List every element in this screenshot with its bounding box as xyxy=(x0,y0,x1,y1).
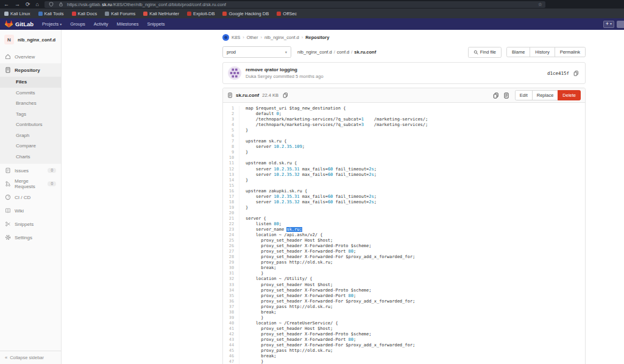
breadcrumb-item[interactable]: nlb_nginx_conf.d xyxy=(264,35,299,40)
sidebar-item-branches[interactable]: Branches xyxy=(0,98,61,109)
bookmark-item[interactable]: Kali Linux xyxy=(4,11,30,16)
line-number[interactable]: 16 xyxy=(223,189,239,194)
copy-sha-icon[interactable] xyxy=(572,70,580,77)
sidebar-item-commits[interactable]: Commits xyxy=(0,88,61,99)
breadcrumb-item[interactable]: Repository xyxy=(305,35,329,40)
line-number[interactable]: 44 xyxy=(223,343,239,348)
line-number[interactable]: 32 xyxy=(223,276,239,282)
path-segment[interactable]: sk.ru.conf xyxy=(354,49,376,55)
url-bar[interactable]: https://vsk-gitlab. sk.ru /K8S/Other/nlb… xyxy=(44,1,545,8)
sidebar-item-charts[interactable]: Charts xyxy=(0,152,61,163)
line-number[interactable]: 20 xyxy=(223,211,239,216)
breadcrumb-item[interactable]: K8S xyxy=(232,35,240,40)
find-file-button[interactable]: Find file xyxy=(468,47,502,58)
line-number[interactable]: 15 xyxy=(223,183,239,189)
line-number[interactable]: 46 xyxy=(223,354,239,359)
line-number[interactable]: 31 xyxy=(223,271,239,276)
delete-button[interactable]: Delete xyxy=(558,90,581,100)
line-number[interactable]: 24 xyxy=(223,233,239,238)
navbar-search-box[interactable] xyxy=(617,21,624,28)
bookmark-item[interactable]: Exploit-DB xyxy=(187,11,214,16)
sidebar-item-repository[interactable]: Repository xyxy=(0,63,61,77)
commit-author-avatar[interactable] xyxy=(228,66,241,80)
bookmark-item[interactable]: Kali NetHunter xyxy=(143,11,179,16)
gitlab-logo-icon[interactable] xyxy=(5,20,13,28)
line-number[interactable]: 23 xyxy=(223,227,239,233)
line-number[interactable]: 27 xyxy=(223,249,239,254)
bookmark-star-icon[interactable]: ☆ xyxy=(538,2,542,7)
line-number[interactable]: 30 xyxy=(223,265,239,271)
sidebar-item-compare[interactable]: Compare xyxy=(0,141,61,152)
line-number[interactable]: 33 xyxy=(223,282,239,288)
line-number[interactable]: 34 xyxy=(223,288,239,293)
permalink-button[interactable]: Permalink xyxy=(555,47,586,58)
line-number[interactable]: 13 xyxy=(223,172,239,178)
copy-path-icon[interactable] xyxy=(282,92,289,99)
path-segment[interactable]: conf.d xyxy=(337,49,349,55)
line-number[interactable]: 43 xyxy=(223,337,239,343)
back-icon[interactable]: ← xyxy=(4,2,9,7)
sidebar-item-snippets[interactable]: Snippets xyxy=(0,217,61,231)
line-number[interactable]: 38 xyxy=(223,310,239,315)
line-number[interactable]: 35 xyxy=(223,293,239,299)
copy-file-contents-button[interactable] xyxy=(492,92,500,99)
line-number[interactable]: 45 xyxy=(223,348,239,354)
sidebar-item-overview[interactable]: Overview xyxy=(0,50,61,63)
commit-sha[interactable]: d1ce415f xyxy=(547,71,569,76)
bookmark-item[interactable]: Kali Docs xyxy=(72,11,98,16)
nav-item-groups[interactable]: Groups xyxy=(70,21,85,27)
line-number[interactable]: 8 xyxy=(223,144,239,150)
line-number[interactable]: 21 xyxy=(223,216,239,222)
line-number[interactable]: 18 xyxy=(223,200,239,205)
sidebar-item-files[interactable]: Files xyxy=(0,77,61,88)
blame-button[interactable]: Blame xyxy=(506,47,530,58)
gitlab-brand[interactable]: GitLab xyxy=(15,21,34,27)
line-number[interactable]: 9 xyxy=(223,150,239,155)
line-number[interactable]: 5 xyxy=(223,128,239,133)
project-header[interactable]: N nlb_nginx_conf.d xyxy=(0,30,61,50)
group-avatar[interactable] xyxy=(222,34,229,41)
bookmark-item[interactable]: Kali Tools xyxy=(38,11,64,16)
history-button[interactable]: History xyxy=(530,47,555,58)
line-number[interactable]: 14 xyxy=(223,178,239,183)
line-number[interactable]: 19 xyxy=(223,205,239,211)
line-number[interactable]: 36 xyxy=(223,299,239,304)
line-number[interactable]: 39 xyxy=(223,315,239,321)
nav-item-projects[interactable]: Projects▾ xyxy=(42,21,62,27)
line-number[interactable]: 7 xyxy=(223,139,239,144)
lock-icon[interactable] xyxy=(57,1,65,7)
line-number[interactable]: 28 xyxy=(223,254,239,260)
sidebar-item-tags[interactable]: Tags xyxy=(0,109,61,120)
sidebar-item-settings[interactable]: Settings xyxy=(0,231,61,244)
reload-icon[interactable]: ⟳ xyxy=(26,2,30,7)
bookmark-item[interactable]: Google Hacking DB xyxy=(222,11,269,16)
line-number[interactable]: 11 xyxy=(223,161,239,166)
line-number[interactable]: 41 xyxy=(223,326,239,332)
line-number[interactable]: 12 xyxy=(223,167,239,172)
edit-button[interactable]: Edit xyxy=(515,90,533,100)
bookmark-item[interactable]: OffSec xyxy=(277,11,297,16)
line-number[interactable]: 42 xyxy=(223,332,239,337)
line-number[interactable]: 4 xyxy=(223,122,239,128)
breadcrumb-item[interactable]: Other xyxy=(247,35,258,40)
path-segment[interactable]: nlb_nginx_conf.d xyxy=(297,49,332,55)
home-icon[interactable]: ⌂ xyxy=(36,2,39,7)
shield-icon[interactable] xyxy=(48,1,55,7)
nav-item-activity[interactable]: Activity xyxy=(94,21,108,27)
line-number[interactable]: 1 xyxy=(223,106,239,111)
commit-title[interactable]: remove qrator logging xyxy=(246,67,324,72)
bookmark-item[interactable]: Kali Forums xyxy=(105,11,135,16)
line-number[interactable]: 29 xyxy=(223,260,239,265)
line-number[interactable]: 22 xyxy=(223,222,239,227)
new-item-button[interactable]: + ▾ xyxy=(603,21,614,28)
line-number[interactable]: 17 xyxy=(223,194,239,200)
line-number[interactable]: 40 xyxy=(223,321,239,326)
sidebar-item-issues[interactable]: Issues0 xyxy=(0,164,61,177)
line-number[interactable]: 25 xyxy=(223,238,239,243)
forward-icon[interactable]: → xyxy=(15,2,20,7)
sidebar-item-graph[interactable]: Graph xyxy=(0,130,61,141)
branch-selector[interactable]: prod ▾ xyxy=(222,46,291,58)
collapse-sidebar-button[interactable]: « Collapse sidebar xyxy=(0,351,61,364)
nav-item-snippets[interactable]: Snippets xyxy=(147,21,165,27)
line-number[interactable]: 26 xyxy=(223,243,239,249)
